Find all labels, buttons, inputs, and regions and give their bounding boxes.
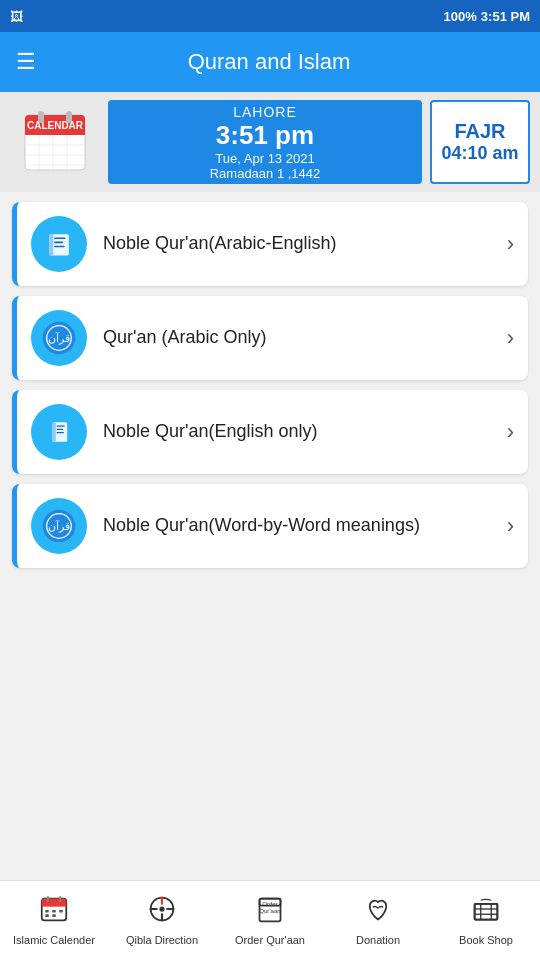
nav-item-book-shop[interactable]: Book Shop bbox=[432, 881, 540, 960]
svg-text:قرآن: قرآن bbox=[48, 332, 70, 345]
status-right: 100% 3:51 PM bbox=[444, 9, 530, 24]
app-header: ☰ Quran and Islam bbox=[0, 32, 540, 92]
list-item-1[interactable]: Noble Qur'an(Arabic-English)› bbox=[12, 202, 528, 286]
svg-rect-11 bbox=[66, 111, 72, 123]
nav-icon-donation bbox=[364, 895, 392, 930]
nav-label-donation: Donation bbox=[356, 934, 400, 947]
list-item-label-4: Noble Qur'an(Word-by-Word meanings) bbox=[103, 514, 491, 537]
nav-label-book-shop: Book Shop bbox=[459, 934, 513, 947]
nav-item-islamic-calender[interactable]: Islamic Calender bbox=[0, 881, 108, 960]
list-item-icon-1 bbox=[31, 216, 87, 272]
list-item-label-1: Noble Qur'an(Arabic-English) bbox=[103, 232, 491, 255]
svg-rect-38 bbox=[45, 915, 49, 918]
list-container: Noble Qur'an(Arabic-English)› قرآن Qur'a… bbox=[0, 192, 540, 880]
nav-label-islamic-calender: Islamic Calender bbox=[13, 934, 95, 947]
location-city: LAHORE bbox=[233, 104, 297, 120]
prayer-box: FAJR 04:10 am bbox=[430, 100, 530, 184]
prayer-time: 04:10 am bbox=[441, 143, 518, 164]
calendar-icon-box[interactable]: CALENDAR bbox=[10, 100, 100, 184]
svg-rect-10 bbox=[38, 111, 44, 123]
nav-item-donation[interactable]: Donation bbox=[324, 881, 432, 960]
list-item-2[interactable]: قرآن Qur'an (Arabic Only)› bbox=[12, 296, 528, 380]
prayer-name: FAJR bbox=[454, 120, 505, 143]
calendar-svg: CALENDAR bbox=[20, 107, 90, 177]
svg-rect-50 bbox=[475, 904, 498, 920]
list-item-3[interactable]: Noble Qur'an(English only)› bbox=[12, 390, 528, 474]
list-item-icon-3 bbox=[31, 404, 87, 460]
nav-icon-islamic-calender bbox=[40, 895, 68, 930]
svg-rect-26 bbox=[57, 432, 64, 433]
list-item-arrow-2: › bbox=[507, 325, 514, 351]
svg-rect-17 bbox=[54, 246, 65, 248]
svg-rect-32 bbox=[42, 905, 67, 907]
svg-point-41 bbox=[159, 907, 164, 912]
svg-text:Order: Order bbox=[262, 901, 278, 908]
battery-text: 100% bbox=[444, 9, 477, 24]
nav-icon-order-quran: OrderQur'aan bbox=[256, 895, 284, 930]
nav-icon-book-shop bbox=[472, 895, 500, 930]
svg-rect-24 bbox=[57, 425, 65, 426]
svg-rect-51 bbox=[475, 904, 498, 920]
nav-label-order-quran: Order Qur'aan bbox=[235, 934, 305, 947]
svg-rect-35 bbox=[45, 910, 49, 913]
svg-text:قرآن: قرآن bbox=[48, 520, 70, 533]
nav-icon-qibla-direction bbox=[148, 895, 176, 930]
svg-rect-14 bbox=[49, 234, 53, 255]
list-item-arrow-3: › bbox=[507, 419, 514, 445]
location-time: 3:51 pm bbox=[216, 120, 314, 151]
time-text: 3:51 PM bbox=[481, 9, 530, 24]
svg-text:CALENDAR: CALENDAR bbox=[27, 120, 84, 131]
list-item-label-2: Qur'an (Arabic Only) bbox=[103, 326, 491, 349]
status-left: 🖼 bbox=[10, 9, 23, 24]
location-date: Tue, Apr 13 2021 bbox=[215, 151, 314, 166]
list-item-icon-4: قرآن bbox=[31, 498, 87, 554]
screenshot-icon: 🖼 bbox=[10, 9, 23, 24]
list-item-arrow-4: › bbox=[507, 513, 514, 539]
menu-icon[interactable]: ☰ bbox=[16, 49, 36, 75]
app-title: Quran and Islam bbox=[52, 49, 486, 75]
svg-rect-23 bbox=[52, 422, 55, 442]
list-item-arrow-1: › bbox=[507, 231, 514, 257]
list-item-4[interactable]: قرآن Noble Qur'an(Word-by-Word meanings)… bbox=[12, 484, 528, 568]
nav-item-qibla-direction[interactable]: Qibla Direction bbox=[108, 881, 216, 960]
svg-rect-25 bbox=[57, 429, 64, 430]
svg-rect-39 bbox=[52, 915, 56, 918]
location-hijri: Ramadaan 1 ,1442 bbox=[210, 166, 321, 181]
svg-rect-37 bbox=[59, 910, 63, 913]
list-item-icon-2: قرآن bbox=[31, 310, 87, 366]
nav-item-order-quran[interactable]: OrderQur'aanOrder Qur'aan bbox=[216, 881, 324, 960]
svg-rect-15 bbox=[54, 237, 65, 239]
nav-label-qibla-direction: Qibla Direction bbox=[126, 934, 198, 947]
svg-rect-36 bbox=[52, 910, 56, 913]
bottom-navigation: Islamic CalenderQibla DirectionOrderQur'… bbox=[0, 880, 540, 960]
list-item-label-3: Noble Qur'an(English only) bbox=[103, 420, 491, 443]
svg-text:Qur'aan: Qur'aan bbox=[259, 908, 281, 915]
svg-rect-16 bbox=[54, 242, 63, 244]
info-bar: CALENDAR LAHORE 3:51 pm Tue, Apr 13 2021… bbox=[0, 92, 540, 192]
status-bar: 🖼 100% 3:51 PM bbox=[0, 0, 540, 32]
location-box: LAHORE 3:51 pm Tue, Apr 13 2021 Ramadaan… bbox=[108, 100, 422, 184]
